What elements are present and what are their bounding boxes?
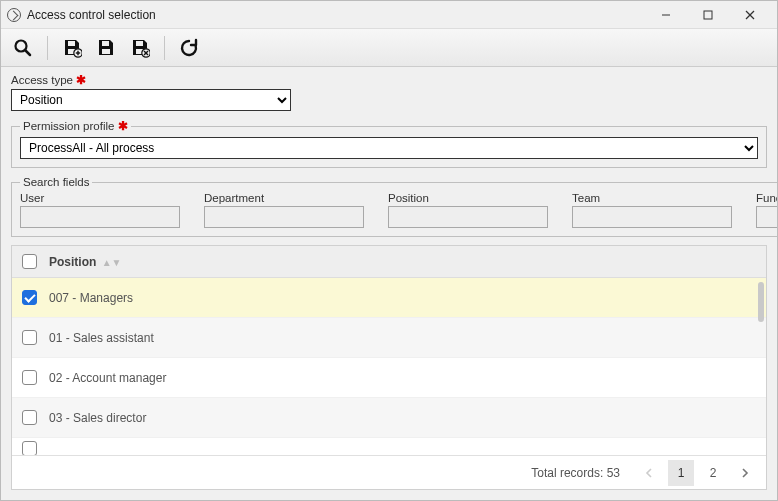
row-checkbox[interactable] — [22, 290, 37, 305]
user-label: User — [20, 192, 180, 204]
window-buttons — [645, 2, 771, 28]
permission-profile-select[interactable]: ProcessAll - All process — [20, 137, 758, 159]
column-header-position[interactable]: Position ▲▼ — [49, 255, 121, 269]
save-delete-button[interactable] — [126, 34, 154, 62]
search-fields-fieldset: Search fields User Department Position T… — [11, 176, 777, 237]
svg-rect-6 — [68, 41, 75, 46]
toolbar — [1, 29, 777, 67]
label-text: Access type — [11, 74, 73, 86]
user-input[interactable] — [20, 206, 180, 228]
permission-profile-legend: Permission profile ✱ — [20, 119, 131, 133]
svg-rect-11 — [102, 41, 109, 46]
required-icon: ✱ — [76, 73, 86, 87]
row-checkbox[interactable] — [22, 370, 37, 385]
row-label: 01 - Sales assistant — [49, 331, 154, 345]
row-checkbox[interactable] — [22, 441, 37, 455]
close-button[interactable] — [729, 2, 771, 28]
refresh-icon — [179, 38, 199, 58]
svg-rect-13 — [136, 41, 143, 46]
permission-profile-fieldset: Permission profile ✱ ProcessAll - All pr… — [11, 119, 767, 168]
chevron-right-icon — [741, 468, 749, 478]
results-grid: Position ▲▼ 007 - Managers 01 - Sales as… — [11, 245, 767, 490]
toolbar-separator — [164, 36, 165, 60]
table-row[interactable]: 007 - Managers — [12, 278, 766, 318]
svg-line-5 — [26, 50, 31, 55]
scrollbar-thumb[interactable] — [758, 282, 764, 322]
search-department-col: Department — [204, 192, 364, 228]
functional-role-label: Functional role — [756, 192, 777, 204]
row-label: 007 - Managers — [49, 291, 133, 305]
access-type-select[interactable]: Position — [11, 89, 291, 111]
search-fields-row: User Department Position Team Functional… — [20, 192, 777, 228]
position-input[interactable] — [388, 206, 548, 228]
maximize-button[interactable] — [687, 2, 729, 28]
required-icon: ✱ — [118, 120, 128, 132]
table-row[interactable]: 02 - Account manager — [12, 358, 766, 398]
save-button[interactable] — [92, 34, 120, 62]
select-all-checkbox[interactable] — [22, 254, 37, 269]
sort-icon: ▲▼ — [102, 257, 122, 268]
toolbar-separator — [47, 36, 48, 60]
scrollbar[interactable] — [758, 282, 764, 451]
save-x-icon — [130, 38, 150, 58]
label-text: Permission profile — [23, 120, 114, 132]
page-prev-button[interactable] — [636, 460, 662, 486]
dialog-body: Access type ✱ Position Permission profil… — [1, 67, 777, 500]
department-input[interactable] — [204, 206, 364, 228]
table-row[interactable] — [12, 438, 766, 455]
minimize-button[interactable] — [645, 2, 687, 28]
grid-body: 007 - Managers 01 - Sales assistant 02 -… — [12, 278, 766, 455]
total-records-label: Total records: — [531, 466, 603, 480]
grid-header: Position ▲▼ — [12, 246, 766, 278]
row-label: 03 - Sales director — [49, 411, 146, 425]
team-input[interactable] — [572, 206, 732, 228]
search-position-col: Position — [388, 192, 548, 228]
page-next-button[interactable] — [732, 460, 758, 486]
chevron-left-icon — [645, 468, 653, 478]
row-checkbox[interactable] — [22, 410, 37, 425]
search-fields-legend: Search fields — [20, 176, 92, 188]
total-records: Total records: 53 — [531, 466, 620, 480]
search-user-col: User — [20, 192, 180, 228]
row-label: 02 - Account manager — [49, 371, 166, 385]
titlebar: Access control selection — [1, 1, 777, 29]
dialog-window: Access control selection — [0, 0, 778, 501]
grid-footer: Total records: 53 1 2 — [12, 455, 766, 489]
table-row[interactable]: 01 - Sales assistant — [12, 318, 766, 358]
access-type-field: Access type ✱ Position — [11, 73, 767, 111]
access-type-label: Access type ✱ — [11, 73, 767, 87]
row-checkbox[interactable] — [22, 330, 37, 345]
window-title: Access control selection — [27, 8, 645, 22]
functional-role-input[interactable] — [756, 206, 777, 228]
column-header-label: Position — [49, 255, 96, 269]
page-1-button[interactable]: 1 — [668, 460, 694, 486]
team-label: Team — [572, 192, 732, 204]
svg-rect-12 — [102, 49, 110, 54]
table-row[interactable]: 03 - Sales director — [12, 398, 766, 438]
save-icon — [96, 38, 116, 58]
search-button[interactable] — [9, 34, 37, 62]
refresh-button[interactable] — [175, 34, 203, 62]
search-icon — [13, 38, 33, 58]
search-team-col: Team — [572, 192, 732, 228]
total-records-value: 53 — [607, 466, 620, 480]
page-2-button[interactable]: 2 — [700, 460, 726, 486]
position-label: Position — [388, 192, 548, 204]
save-new-button[interactable] — [58, 34, 86, 62]
department-label: Department — [204, 192, 364, 204]
app-icon — [7, 8, 21, 22]
search-functional-role-col: Functional role — [756, 192, 777, 228]
svg-rect-1 — [704, 11, 712, 19]
save-plus-icon — [62, 38, 82, 58]
